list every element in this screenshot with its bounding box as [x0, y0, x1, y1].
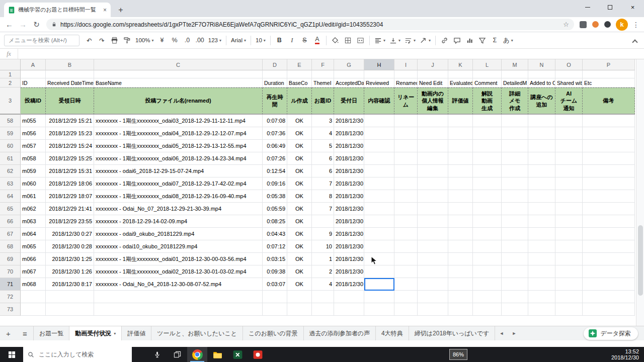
cell-D69[interactable]: 0:03:15 — [263, 253, 287, 265]
cell-D60[interactable]: 0:06:49 — [263, 140, 287, 152]
sheet-tab-6[interactable]: 過去の添削参加者の声 — [304, 326, 376, 340]
cell-C3[interactable]: 投稿ファイル名(renamed) — [94, 87, 263, 115]
sheet-tab-3[interactable]: 評価値 — [122, 326, 151, 340]
row-header-66[interactable]: 66 — [0, 215, 21, 228]
row-header-70[interactable]: 70 — [0, 265, 21, 278]
cell-J70[interactable] — [418, 265, 448, 278]
row-header-61[interactable]: 61 — [0, 152, 21, 165]
cell-F65[interactable]: 7 — [312, 203, 334, 215]
cell-O67[interactable] — [555, 228, 583, 240]
cell-G65[interactable]: 2018/12/30 — [334, 203, 364, 215]
cell-K70[interactable] — [448, 265, 473, 278]
cell-H64[interactable] — [364, 190, 394, 203]
cell-H71[interactable] — [364, 278, 394, 291]
cell-N62[interactable] — [528, 165, 555, 177]
borders-icon[interactable] — [342, 34, 354, 46]
all-sheets-menu-icon[interactable]: ≡ — [17, 326, 33, 340]
zoom-select[interactable]: 100%▾ — [134, 34, 155, 46]
cell-J66[interactable] — [418, 215, 448, 228]
cell-M58[interactable] — [502, 115, 528, 127]
cell-I73[interactable] — [394, 303, 418, 316]
cell-D64[interactable]: 0:05:38 — [263, 190, 287, 203]
cell-I71[interactable] — [394, 278, 418, 291]
browser-menu-icon[interactable]: ⋮ — [631, 21, 641, 29]
cell-B73[interactable] — [46, 303, 94, 316]
cell-M63[interactable] — [502, 177, 528, 190]
cell-D63[interactable]: 0:09:16 — [263, 177, 287, 190]
sheet-tab-menu-icon[interactable]: ▾ — [114, 331, 116, 336]
cell-I65[interactable] — [394, 203, 418, 215]
cell-F72[interactable] — [312, 291, 334, 303]
cell-B2[interactable]: Received DateTime — [46, 78, 94, 87]
cell-F60[interactable]: 5 — [312, 140, 334, 152]
cell-M60[interactable] — [502, 140, 528, 152]
row-header-1[interactable]: 1 — [0, 70, 21, 78]
cell-F69[interactable]: 1 — [312, 253, 334, 265]
cell-I1[interactable] — [394, 70, 418, 78]
cell-D73[interactable] — [263, 303, 287, 316]
row-header-67[interactable]: 67 — [0, 228, 21, 240]
horizontal-align-icon[interactable]: ▾ — [373, 34, 387, 46]
cell-P58[interactable] — [583, 115, 635, 127]
cell-A73[interactable] — [21, 303, 46, 316]
cell-A69[interactable]: m066 — [21, 253, 46, 265]
print-icon[interactable] — [109, 34, 120, 46]
undo-icon[interactable]: ↶ — [84, 34, 95, 46]
cell-L73[interactable] — [473, 303, 502, 316]
cell-A1[interactable] — [21, 70, 46, 78]
cell-L70[interactable] — [473, 265, 502, 278]
cell-O1[interactable] — [555, 70, 583, 78]
cell-G59[interactable]: 2018/12/30 — [334, 127, 364, 140]
cell-N64[interactable] — [528, 190, 555, 203]
cell-G2[interactable]: AcceptedDa — [334, 78, 364, 87]
cell-H3[interactable]: 内容確認 — [364, 87, 394, 115]
column-header-H[interactable]: H — [364, 59, 394, 70]
cell-C60[interactable]: xxxxxxxx - 1期生xxxxxxxx_odai05_2018-12-29… — [94, 140, 263, 152]
cell-M66[interactable] — [502, 215, 528, 228]
cell-I61[interactable] — [394, 152, 418, 165]
cell-N66[interactable] — [528, 215, 555, 228]
cell-D71[interactable]: 0:03:07 — [263, 278, 287, 291]
strikethrough-icon[interactable]: S — [299, 34, 310, 46]
text-color-icon[interactable]: A — [311, 34, 323, 46]
functions-icon[interactable]: Σ — [489, 34, 501, 46]
cell-O72[interactable] — [555, 291, 583, 303]
cell-C73[interactable] — [94, 303, 263, 316]
cell-L68[interactable] — [473, 240, 502, 253]
cell-J67[interactable] — [418, 228, 448, 240]
row-header-73[interactable]: 73 — [0, 303, 21, 316]
back-icon[interactable]: ← — [3, 19, 16, 31]
row-header-58[interactable]: 58 — [0, 115, 21, 127]
text-rotation-icon[interactable]: ▾ — [418, 34, 432, 46]
cell-H63[interactable] — [364, 177, 394, 190]
cell-C64[interactable]: xxxxxxxx - 1期生xxxxxxxx_odai08_2018-12-29… — [94, 190, 263, 203]
cell-P3[interactable]: 備考 — [583, 87, 635, 115]
cell-O60[interactable] — [555, 140, 583, 152]
insert-comment-icon[interactable] — [451, 34, 463, 46]
sheet-tab-1[interactable]: お題一覧 — [33, 326, 69, 340]
column-header-K[interactable]: K — [448, 59, 473, 70]
font-size-select[interactable]: 10▾ — [254, 34, 267, 46]
cell-C68[interactable]: xxxxxxxx - odai10_okubo_20181229.mp4 — [94, 240, 263, 253]
cell-H70[interactable] — [364, 265, 394, 278]
cell-I62[interactable] — [394, 165, 418, 177]
cell-O59[interactable] — [555, 127, 583, 140]
column-header-J[interactable]: J — [418, 59, 448, 70]
cell-E1[interactable] — [287, 70, 312, 78]
cell-A72[interactable] — [21, 291, 46, 303]
cell-G58[interactable]: 2018/12/30 — [334, 115, 364, 127]
format-currency-icon[interactable]: ¥ — [156, 34, 168, 46]
cell-D3[interactable]: 再生時間 — [263, 87, 287, 115]
cell-O73[interactable] — [555, 303, 583, 316]
cell-I2[interactable]: Renamed — [394, 78, 418, 87]
taskbar-search[interactable] — [23, 347, 132, 362]
column-header-D[interactable]: D — [263, 59, 287, 70]
more-formats-select[interactable]: 123▾ — [207, 34, 223, 46]
cell-A66[interactable]: m063 — [21, 215, 46, 228]
cell-E67[interactable]: OK — [287, 228, 312, 240]
column-header-A[interactable]: A — [21, 59, 46, 70]
cell-L71[interactable] — [473, 278, 502, 291]
cell-L72[interactable] — [473, 291, 502, 303]
cell-A63[interactable]: m060 — [21, 177, 46, 190]
cell-J3[interactable]: 動画内の 個人情報 編集 — [418, 87, 448, 115]
